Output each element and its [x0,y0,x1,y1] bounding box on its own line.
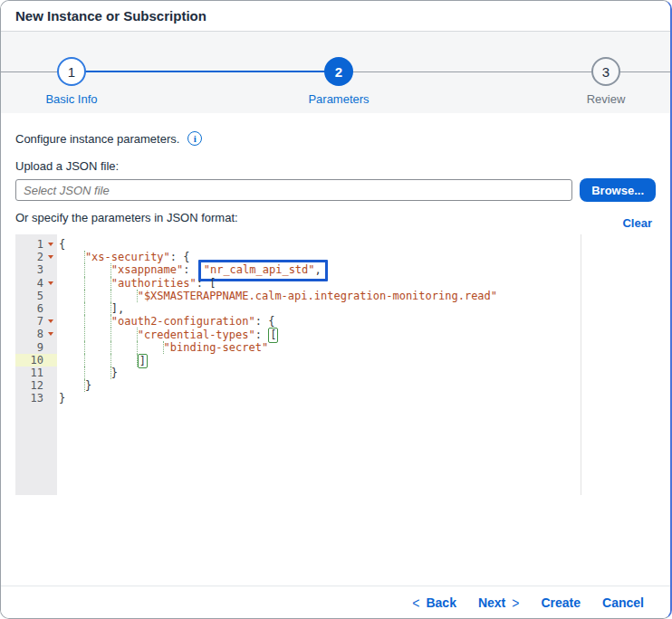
wizard-step-3-label[interactable]: Review [587,92,626,106]
fold-arrow-icon[interactable] [48,255,53,259]
configure-instruction-text: Configure instance parameters. [15,132,179,146]
cancel-button[interactable]: Cancel [592,595,654,610]
line-number: 3 [15,263,43,276]
code-line-8[interactable]: "credential-types": [ [59,328,656,340]
indent-guide [111,354,138,367]
indent-guide [85,302,111,315]
indent-guide [59,315,85,328]
code-line-7[interactable]: "oauth2-configuration": { [59,315,656,328]
wizard-step-1-label[interactable]: Basic Info [45,92,97,106]
gutter-line-1: 1 [15,238,57,251]
upload-json-label: Upload a JSON file: [15,159,656,173]
indent-guide [85,354,111,367]
gutter-line-3: 3 [15,263,57,276]
gutter-line-4: 4 [15,277,57,290]
indent-guide [111,341,138,354]
fold-arrow-icon[interactable] [48,319,53,323]
line-number: 1 [15,238,43,251]
wizard-step-3-circle[interactable]: 3 [591,57,620,86]
gutter-line-11: 11 [15,367,57,379]
new-instance-dialog: New Instance or Subscription 1 2 3 Basic… [0,0,672,619]
indent-guide [85,341,111,354]
gutter-line-10: 10 [15,354,57,367]
bracket-match-box: [ [268,328,278,342]
indent-guide [85,367,111,379]
gutter-line-8: 8 [15,328,57,340]
wizard-step-1-circle[interactable]: 1 [57,57,86,86]
indent-guide [111,290,138,302]
chevron-left-icon: < [412,594,419,610]
line-number: 4 [15,277,43,290]
code-line-6[interactable]: ], [59,302,656,315]
code-line-4[interactable]: "authorities": [ [59,277,656,290]
dialog-header: New Instance or Subscription [1,1,670,32]
editor-gutter: 12345678910111213 [15,234,57,495]
indent-guide [59,341,85,354]
indent-guide [59,367,85,379]
gutter-line-5: 5 [15,290,57,302]
line-number: 9 [15,341,43,354]
line-number: 2 [15,251,43,263]
code-line-11[interactable]: } [59,367,656,379]
indent-guide [59,263,85,276]
code-line-2[interactable]: "xs-security": { [59,251,656,263]
indent-guide [59,379,85,392]
code-line-13[interactable]: } [59,392,656,405]
code-line-9[interactable]: "binding-secret" [59,341,656,354]
fold-arrow-icon[interactable] [48,243,53,246]
indent-guide [85,277,111,290]
indent-guide [85,315,111,328]
wizard-step-2-circle[interactable]: 2 [324,57,353,86]
wizard-connector-line-completed [72,71,339,72]
wizard-progress-navigator: 1 2 3 Basic Info Parameters Review [1,32,670,113]
line-number: 8 [15,328,43,340]
code-line-5[interactable]: "$XSMASTERAPPNAME.calm-api.integration-m… [59,290,656,302]
chevron-right-icon: > [512,594,519,610]
bracket-match-box: ] [138,354,148,368]
line-number: 10 [15,354,43,367]
indent-guide [138,341,164,354]
indent-guide [59,290,85,302]
create-button[interactable]: Create [531,595,590,610]
gutter-line-9: 9 [15,341,57,354]
browse-button[interactable]: Browse... [580,178,656,202]
next-button[interactable]: Next > [468,595,530,610]
indent-guide [85,290,111,302]
editor-code[interactable]: {"xs-security": {"xsappname": "nr_calm_a… [57,234,656,495]
fold-arrow-icon[interactable] [48,281,53,285]
or-specify-label: Or specify the parameters in JSON format… [15,210,238,224]
back-button[interactable]: < Back [402,595,466,610]
gutter-line-2: 2 [15,251,57,263]
line-number: 13 [15,392,43,405]
line-number: 5 [15,290,43,302]
line-number: 7 [15,315,43,328]
indent-guide [59,277,85,290]
indent-guide [85,328,111,340]
code-line-10[interactable]: ] [59,354,656,367]
editor-print-margin [581,234,581,495]
indent-guide [59,302,85,315]
code-line-1[interactable]: { [59,238,656,251]
annotation-highlight-box: "nr_calm_api_std", [198,260,328,281]
wizard-step-3-number: 3 [602,64,610,80]
gutter-line-7: 7 [15,315,57,328]
clear-button[interactable]: Clear [619,216,656,230]
parameters-step-content: Configure instance parameters. i Upload … [1,131,670,495]
json-code-editor[interactable]: 12345678910111213 {"xs-security": {"xsap… [15,234,656,495]
json-file-input[interactable] [15,179,572,201]
code-line-3[interactable]: "xsappname": "nr_calm_api_std", [59,263,656,276]
wizard-step-2-number: 2 [335,64,342,80]
line-number: 11 [15,367,43,379]
dialog-footer: < Back Next > Create Cancel [1,586,670,618]
fold-arrow-icon[interactable] [48,332,53,336]
gutter-line-13: 13 [15,392,57,405]
line-number: 12 [15,379,43,392]
wizard-step-1-number: 1 [68,64,75,80]
indent-guide [111,328,138,340]
code-line-12[interactable]: } [59,379,656,392]
indent-guide [85,263,111,276]
gutter-line-6: 6 [15,302,57,315]
info-icon[interactable]: i [187,131,202,146]
wizard-step-2-label[interactable]: Parameters [308,92,369,106]
gutter-line-12: 12 [15,379,57,392]
